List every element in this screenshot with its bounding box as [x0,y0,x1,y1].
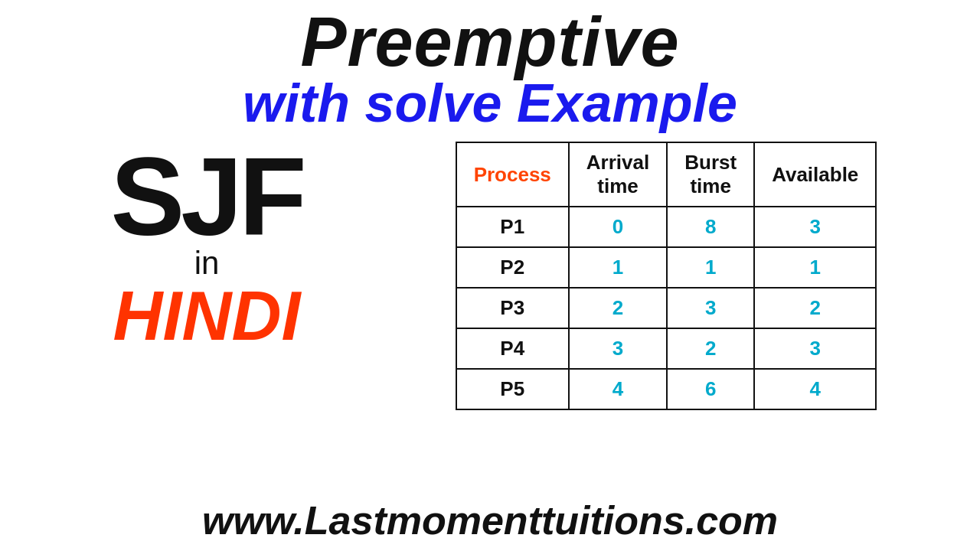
main-container: Preemptive with solve Example SJF in HIN… [0,0,980,551]
right-panel: Process Arrivaltime Bursttime Available … [383,142,949,410]
page-title: Preemptive [300,8,679,77]
footer-url: www.Lastmomenttuitions.com [202,497,778,543]
process-cell: P5 [456,369,569,409]
content-area: SJF in HINDI Process Arrivaltime Burstti… [0,142,980,410]
available-cell: 2 [754,288,876,328]
burst-cell: 6 [667,369,754,409]
process-cell: P1 [456,207,569,247]
table-row: P1083 [456,207,877,247]
table-row: P4323 [456,328,877,369]
available-cell: 4 [754,369,876,409]
process-cell: P2 [456,247,569,288]
col-burst: Bursttime [667,142,754,207]
burst-cell: 1 [667,247,754,288]
arrival-cell: 1 [569,247,667,288]
available-cell: 1 [754,247,876,288]
subtitle: with solve Example [243,77,737,130]
arrival-cell: 0 [569,207,667,247]
table-row: P2111 [456,247,877,288]
left-panel: SJF in HINDI [31,142,383,350]
arrival-cell: 2 [569,288,667,328]
table-row: P3232 [456,288,877,328]
sjf-label: SJF [111,142,303,253]
available-cell: 3 [754,328,876,369]
process-cell: P4 [456,328,569,369]
process-table: Process Arrivaltime Bursttime Available … [456,142,877,410]
in-label: in [194,245,220,282]
hindi-label: HINDI [113,282,301,350]
table-header-row: Process Arrivaltime Bursttime Available [456,142,877,207]
col-process: Process [456,142,569,207]
burst-cell: 3 [667,288,754,328]
burst-cell: 8 [667,207,754,247]
burst-cell: 2 [667,328,754,369]
col-available: Available [754,142,876,207]
available-cell: 3 [754,207,876,247]
arrival-cell: 3 [569,328,667,369]
arrival-cell: 4 [569,369,667,409]
process-cell: P3 [456,288,569,328]
table-row: P5464 [456,369,877,409]
col-arrival: Arrivaltime [569,142,667,207]
